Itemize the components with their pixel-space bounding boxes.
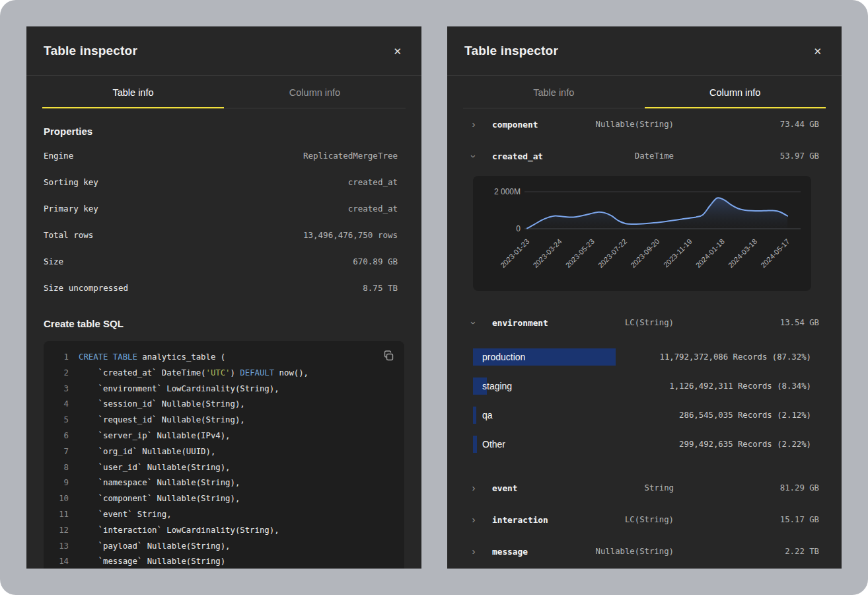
property-value: 13,496,476,750 rows	[303, 230, 398, 240]
property-value: 670.89 GB	[353, 257, 398, 266]
sql-line-number: 13	[54, 539, 69, 555]
sql-segment: `namespace` Nullable(String),	[79, 475, 240, 491]
column-name: event	[492, 483, 518, 493]
chevron-down-icon[interactable]: ›	[469, 151, 479, 161]
sql-segment: now(),	[274, 366, 308, 381]
breakdown-row-qa: qa286,545,035 Records (2.12%)	[473, 401, 811, 430]
column-type: LC(String)	[625, 515, 674, 524]
chevron-right-icon[interactable]: ›	[468, 546, 479, 556]
close-icon[interactable]: ✕	[389, 42, 406, 60]
breakdown-row-other: Other299,492,635 Records (2.22%)	[473, 430, 811, 459]
breakdown-records: 11,792,372,086 Records (87.32%)	[659, 352, 811, 362]
table-inspector-panel-right: Table inspector ✕ Table infoColumn info …	[447, 26, 842, 569]
column-row-environment[interactable]: ›environmentLC(String)13.54 GB	[447, 307, 842, 338]
tab-table-info[interactable]: Table info	[42, 76, 224, 108]
column-type: Nullable(String)	[596, 547, 674, 556]
column-name: environment	[492, 318, 548, 328]
sql-line: 14 `message` Nullable(String)	[54, 554, 394, 569]
sql-segment: `server_ip` Nullable(IPv4),	[79, 428, 231, 444]
sql-line-number: 5	[54, 413, 69, 428]
page-title: Table inspector	[44, 44, 137, 58]
chart-area-fill	[527, 198, 787, 229]
tab-table-info[interactable]: Table info	[463, 76, 645, 108]
tab-column-info[interactable]: Column info	[645, 76, 826, 108]
column-name: interaction	[492, 515, 548, 525]
sql-line: 1CREATE TABLE analytics_table (	[54, 350, 394, 366]
tab-bar: Table infoColumn info	[42, 76, 406, 108]
breakdown-records: 286,545,035 Records (2.12%)	[679, 411, 811, 420]
sql-segment: analytics_table (	[137, 350, 225, 366]
breakdown-bar-track: production	[473, 348, 659, 366]
column-name: component	[492, 120, 538, 130]
sql-line: 11 `event` String,	[54, 507, 394, 523]
sql-line-number: 10	[54, 491, 69, 507]
sql-line: 9 `namespace` Nullable(String),	[54, 475, 394, 491]
sql-segment: `component` Nullable(String),	[79, 491, 240, 507]
area-chart-svg: 2 000M02023-01-232023-03-242023-05-23202…	[473, 176, 811, 291]
sql-line-number: 4	[54, 397, 69, 413]
sql-segment: )	[231, 366, 240, 381]
sql-line-number: 9	[54, 475, 69, 491]
breakdown-label: production	[482, 352, 525, 362]
table-inspector-panel-left: Table inspector ✕ Table infoColumn info …	[26, 26, 421, 569]
sql-segment: CREATE TABLE	[79, 350, 137, 366]
column-size: 81.29 GB	[674, 483, 819, 493]
tab-column-info[interactable]: Column info	[224, 76, 406, 108]
property-label: Sorting key	[44, 177, 98, 187]
breakdown-label: staging	[482, 381, 512, 391]
environment-breakdown-list: production11,792,372,086 Records (87.32%…	[473, 342, 811, 459]
chevron-down-icon[interactable]: ›	[469, 317, 479, 328]
x-tick-label: 2024-05-17	[759, 237, 791, 269]
column-row-message[interactable]: ›messageNullable(String)2.22 TB	[447, 536, 842, 567]
breakdown-bar-track: Other	[473, 436, 679, 453]
x-tick-label: 2024-01-18	[694, 237, 726, 269]
sql-segment: `session_id` Nullable(String),	[79, 397, 245, 413]
svg-text:0: 0	[516, 224, 521, 233]
sql-line: 13 `payload` Nullable(String),	[54, 539, 394, 555]
chevron-right-icon[interactable]: ›	[468, 483, 479, 493]
sql-line: 3 `environment` LowCardinality(String),	[54, 381, 394, 397]
panel-header: Table inspector ✕	[447, 26, 842, 76]
property-value: created_at	[348, 204, 398, 214]
property-label: Engine	[44, 151, 73, 161]
column-row-event[interactable]: ›eventString81.29 GB	[447, 472, 842, 504]
sql-code-lines: 1CREATE TABLE analytics_table (2 `create…	[54, 350, 394, 569]
panel-header: Table inspector ✕	[26, 26, 421, 76]
breakdown-records: 1,126,492,311 Records (8.34%)	[669, 381, 811, 391]
column-type: DateTime	[635, 151, 674, 161]
property-value: 8.75 TB	[363, 283, 398, 293]
column-info-content: ›componentNullable(String)73.44 GB›creat…	[447, 108, 842, 567]
table-info-content: Properties EngineReplicatedMergeTreeSort…	[26, 126, 421, 569]
sql-line-number: 12	[54, 523, 69, 539]
x-tick-label: 2023-07-22	[597, 237, 628, 269]
column-type: String	[645, 483, 674, 493]
sql-line: 7 `org_id` Nullable(UUID),	[54, 444, 394, 460]
property-row: Size670.89 GB	[44, 248, 404, 274]
x-tick-label: 2023-01-23	[499, 237, 530, 269]
column-row-created_at[interactable]: ›created_atDateTime53.97 GB	[447, 140, 842, 172]
sql-line-number: 1	[54, 350, 69, 366]
column-row-interaction[interactable]: ›interactionLC(String)15.17 GB	[447, 504, 842, 536]
breakdown-bar-track: qa	[473, 407, 679, 424]
chevron-right-icon[interactable]: ›	[468, 514, 479, 524]
svg-text:2 000M: 2 000M	[494, 187, 521, 196]
column-type: Nullable(String)	[596, 120, 674, 129]
copy-icon[interactable]	[382, 349, 396, 365]
sql-line: 6 `server_ip` Nullable(IPv4),	[54, 428, 394, 444]
sql-segment: `message` Nullable(String)	[79, 554, 225, 569]
column-row-component[interactable]: ›componentNullable(String)73.44 GB	[447, 108, 842, 140]
property-value: created_at	[348, 177, 398, 187]
sql-code-block: 1CREATE TABLE analytics_table (2 `create…	[44, 341, 404, 569]
sql-segment: `interaction` LowCardinality(String),	[79, 523, 279, 539]
x-tick-label: 2023-03-24	[531, 237, 563, 269]
column-size: 2.22 TB	[674, 547, 819, 556]
column-name: message	[492, 547, 528, 557]
close-icon[interactable]: ✕	[809, 42, 826, 60]
sql-line: 2 `created_at` DateTime('UTC') DEFAULT n…	[54, 366, 394, 381]
property-label: Size	[44, 257, 63, 266]
section-heading-properties: Properties	[44, 126, 404, 137]
sql-line: 10 `component` Nullable(String),	[54, 491, 394, 507]
sql-segment: `event` String,	[79, 507, 172, 523]
column-type: LC(String)	[625, 318, 674, 327]
chevron-right-icon[interactable]: ›	[468, 119, 479, 129]
